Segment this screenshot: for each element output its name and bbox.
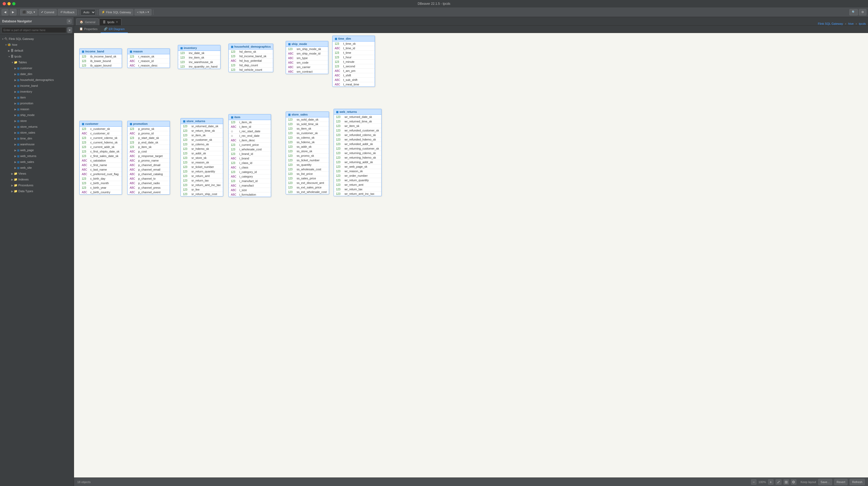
col-type-i_class: ABC: [231, 166, 238, 169]
er-diagram-area[interactable]: ▦ income_band 123 ib_income_band_sk 123 …: [74, 33, 868, 478]
col-type-ss_store_sk: 123: [288, 150, 296, 153]
search-filter-button[interactable]: ▾: [67, 27, 72, 33]
sidebar-item-warehouse[interactable]: ▶▦warehouse: [0, 141, 74, 147]
sidebar-item-income_band[interactable]: ▶▦income_band: [0, 83, 74, 89]
traffic-lights: [3, 2, 16, 5]
col-name-sr_hdemo_sk: sr_hdemo_sk: [191, 147, 209, 150]
sidebar-item-web_page[interactable]: ▶▦web_page: [0, 147, 74, 153]
na-select-button[interactable]: < N/A > ▾: [134, 9, 152, 15]
titlebar: DBeaver 22.1.5 - tpcds: [0, 0, 868, 7]
nav-forward-button[interactable]: ▶: [9, 9, 17, 15]
er-col-t_meal_time: ABC t_meal_time: [333, 82, 375, 87]
flink-gateway-button[interactable]: ⚡ Flink SQL Gateway: [99, 9, 133, 15]
table-label-time_dim: time_dim: [20, 137, 32, 140]
settings-button[interactable]: ⚙: [859, 9, 866, 15]
commit-button[interactable]: ✔ Commit: [39, 9, 57, 15]
er-table-time_dim[interactable]: ▦ time_dim 123 t_time_sk ABC t_time_id 1…: [332, 36, 375, 87]
sql-button[interactable]: ⬛ SQL ▾: [20, 9, 37, 15]
layout-options-button[interactable]: ⚙: [791, 479, 796, 485]
er-table-web_returns[interactable]: ▦ web_returns 123 wr_returned_date_sk 12…: [334, 109, 381, 196]
table-label-ship_mode: ship_mode: [20, 114, 35, 117]
sidebar-item-ship_mode[interactable]: ▶▦ship_mode: [0, 112, 74, 118]
sub-tab-er-diagram[interactable]: 🔗 ER Diagram: [101, 26, 128, 33]
col-type-ss_ext_discount_amt: 123: [288, 182, 296, 185]
er-table-income_band[interactable]: ▦ income_band 123 ib_income_band_sk 123 …: [79, 48, 122, 68]
col-name-wr_item_sk: wr_item_sk: [344, 124, 360, 128]
minimize-button[interactable]: [7, 2, 11, 5]
sidebar-item-household_demographics[interactable]: ▶▦household_demographics: [0, 77, 74, 83]
tree-item-datatypes[interactable]: ▶ 📁 Data Types: [0, 188, 74, 194]
col-name-sm_contract: sm_contract: [297, 70, 313, 73]
er-col-r_reason_desc: ABC r_reason_desc: [127, 63, 169, 68]
auto-commit-select[interactable]: Auto: [81, 9, 96, 15]
save-button[interactable]: Save...: [818, 479, 832, 485]
er-table-reason[interactable]: ▦ reason 123 r_reason_sk ABC r_reason_id…: [127, 48, 170, 68]
col-name-hd_demo_sk: hd_demo_sk: [239, 50, 256, 53]
sidebar-item-store[interactable]: ▶▦store: [0, 118, 74, 124]
tree-item-default[interactable]: ▶ 🗄 default: [0, 47, 74, 54]
sidebar-item-item[interactable]: ▶▦item: [0, 95, 74, 100]
rollback-icon: ↺: [60, 10, 63, 14]
tree-arrow-ship_mode: ▶: [14, 114, 17, 117]
sidebar-item-time_dim[interactable]: ▶▦time_dim: [0, 135, 74, 141]
sidebar-item-date_dim[interactable]: ▶▦date_dim: [0, 71, 74, 77]
tab-tpcds[interactable]: 🗄 tpcds ✕: [99, 19, 121, 25]
tree-item-tpcds[interactable]: ▾ 🗄 tpcds: [0, 54, 74, 59]
sidebar-item-reason[interactable]: ▶▦reason: [0, 106, 74, 112]
tree-item-procedures[interactable]: ▶ 📁 Procedures: [0, 182, 74, 188]
sidebar-item-web_sales[interactable]: ▶▦web_sales: [0, 159, 74, 165]
col-name-i_brand: i_brand: [239, 157, 249, 160]
sidebar-item-web_returns[interactable]: ▶▦web_returns: [0, 153, 74, 159]
col-type-i_item_sk: 123: [231, 121, 238, 124]
er-table-customer[interactable]: ▦ customer 123 c_customer_sk ABC c_custo…: [79, 121, 122, 195]
er-table-item[interactable]: ▦ item 123 i_item_sk ABC i_item_id ⊙ i_r…: [228, 114, 271, 197]
tree-arrow-income_band: ▶: [14, 85, 17, 87]
tree-item-views[interactable]: ▶ 📁 Views: [0, 171, 74, 176]
er-table-promotion[interactable]: ▦ promotion 123 p_promo_sk ABC p_promo_i…: [127, 121, 170, 195]
er-col-hd_demo_sk: 123 hd_demo_sk: [229, 50, 273, 54]
sidebar-item-store_sales[interactable]: ▶▦store_sales: [0, 130, 74, 135]
er-col-t_second: 123 t_second: [333, 64, 375, 69]
nav-back-button[interactable]: ◀: [2, 9, 8, 15]
sidebar-item-web_site[interactable]: ▶▦web_site: [0, 165, 74, 171]
col-type-ss_customer_sk: 123: [288, 132, 296, 135]
search-input[interactable]: [2, 27, 66, 33]
er-table-ship_mode[interactable]: ▦ ship_mode 123 sm_ship_mode_sk ABC sm_s…: [286, 41, 328, 74]
col-name-t_am_pm: t_am_pm: [343, 69, 355, 72]
close-button[interactable]: [3, 2, 6, 5]
zoom-out-button[interactable]: −: [751, 479, 756, 485]
er-table-inventory[interactable]: ▦ inventory 123 inv_date_sk 123 inv_item…: [178, 45, 220, 69]
search-button[interactable]: 🔍: [849, 9, 858, 15]
table-icon-web_site: ▦: [17, 166, 20, 169]
tree-item-indexes[interactable]: ▶ 📁 Indexes: [0, 176, 74, 182]
tree-item-hive[interactable]: ▾ 🐝 hive: [0, 42, 74, 47]
zoom-fit-button[interactable]: ⤢: [776, 479, 781, 485]
sidebar-item-customer[interactable]: ▶▦customer: [0, 65, 74, 71]
refresh-button[interactable]: Refresh: [849, 479, 865, 485]
table-icon-store_sales: ▦: [17, 131, 20, 134]
er-col-c_first_name: ABC c_first_name: [80, 163, 122, 167]
sidebar-item-store_returns[interactable]: ▶▦store_returns: [0, 124, 74, 130]
tab-general[interactable]: 🏠 General: [76, 19, 99, 25]
tree-item-flink[interactable]: ▾ 🔌 Flink SQL Gateway: [0, 36, 74, 42]
er-icon: 🔗: [104, 27, 107, 31]
col-type-sr_hdemo_sk: 123: [183, 148, 190, 150]
sub-tab-properties[interactable]: 📋 Properties: [76, 26, 101, 33]
er-table-household_demographics[interactable]: ▦ household_demographics 123 hd_demo_sk …: [228, 44, 273, 72]
er-table-store_returns[interactable]: ▦ store_returns 123 sr_returned_date_sk …: [181, 118, 223, 196]
col-type-c_current_cdemo_sk: 123: [82, 136, 89, 139]
revert-button[interactable]: Revert: [834, 479, 847, 485]
maximize-button[interactable]: [12, 2, 16, 5]
zoom-in-button[interactable]: +: [768, 479, 773, 485]
tree-item-tables[interactable]: ▾ 📁 Tables: [0, 59, 74, 65]
layout-grid-button[interactable]: ⊞: [784, 479, 789, 485]
tree-arrow-tpcds: ▾: [7, 55, 11, 58]
sidebar-close-button[interactable]: ✕: [67, 19, 72, 24]
col-type-ss_hdemo_sk: 123: [288, 141, 296, 144]
rollback-button[interactable]: ↺ Rollback: [58, 9, 77, 15]
tab-tpcds-close[interactable]: ✕: [116, 21, 118, 24]
er-table-store_sales[interactable]: ▦ store_sales 123 ss_sold_date_sk 123 ss…: [286, 111, 329, 194]
sidebar-item-inventory[interactable]: ▶▦inventory: [0, 89, 74, 95]
sidebar-item-promotion[interactable]: ▶▦promotion: [0, 100, 74, 106]
col-name-wr_returning_cdemo_sk: wr_returning_cdemo_sk: [344, 152, 376, 155]
